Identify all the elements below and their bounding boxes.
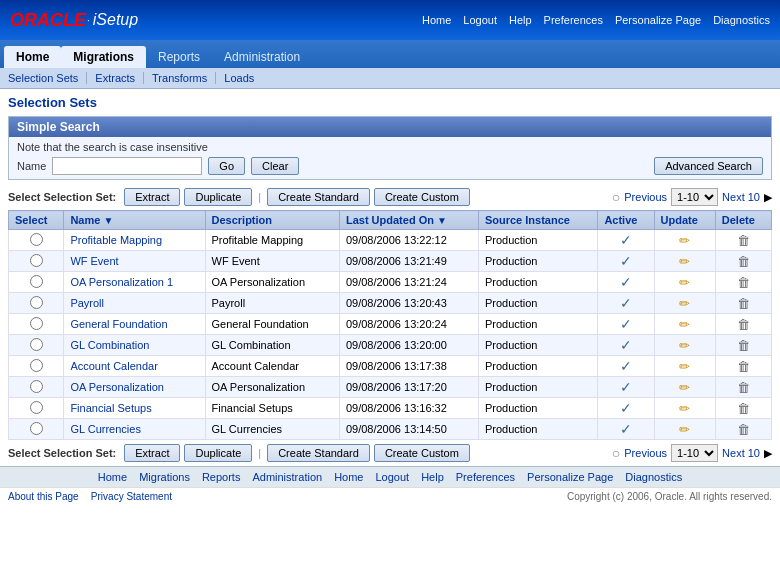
advanced-search-button[interactable]: Advanced Search — [654, 157, 763, 175]
edit-icon[interactable]: ✏ — [679, 317, 690, 332]
footer-nav-home2[interactable]: Home — [334, 471, 363, 483]
edit-icon[interactable]: ✏ — [679, 275, 690, 290]
delete-icon[interactable]: 🗑 — [737, 380, 750, 395]
subnav-extracts[interactable]: Extracts — [87, 72, 144, 84]
active-checkmark: ✓ — [620, 232, 632, 248]
duplicate-button-bottom[interactable]: Duplicate — [184, 444, 252, 462]
clear-button[interactable]: Clear — [251, 157, 299, 175]
create-standard-button-top[interactable]: Create Standard — [267, 188, 370, 206]
last-updated-cell: 09/08/2006 13:22:12 — [339, 230, 478, 251]
next-button-top[interactable]: Next 10 — [722, 191, 760, 203]
edit-icon[interactable]: ✏ — [679, 422, 690, 437]
footer-nav-migrations[interactable]: Migrations — [139, 471, 190, 483]
footer-nav-help[interactable]: Help — [421, 471, 444, 483]
next-button-bottom[interactable]: Next 10 — [722, 447, 760, 459]
row-radio-2[interactable] — [30, 275, 43, 288]
row-name-link[interactable]: GL Currencies — [70, 423, 141, 435]
row-radio-8[interactable] — [30, 401, 43, 414]
active-checkmark: ✓ — [620, 274, 632, 290]
edit-icon[interactable]: ✏ — [679, 233, 690, 248]
tab-reports[interactable]: Reports — [146, 46, 212, 68]
delete-icon[interactable]: 🗑 — [737, 338, 750, 353]
row-name-link[interactable]: Account Calendar — [70, 360, 157, 372]
delete-icon[interactable]: 🗑 — [737, 359, 750, 374]
row-radio-7[interactable] — [30, 380, 43, 393]
footer-nav-home[interactable]: Home — [98, 471, 127, 483]
delete-icon[interactable]: 🗑 — [737, 401, 750, 416]
edit-icon[interactable]: ✏ — [679, 254, 690, 269]
tab-migrations[interactable]: Migrations — [61, 46, 146, 68]
top-nav-preferences[interactable]: Preferences — [544, 14, 603, 26]
create-custom-button-bottom[interactable]: Create Custom — [374, 444, 470, 462]
edit-icon[interactable]: ✏ — [679, 296, 690, 311]
top-nav-logout[interactable]: Logout — [463, 14, 497, 26]
subnav-loads[interactable]: Loads — [216, 72, 262, 84]
row-radio-6[interactable] — [30, 359, 43, 372]
delete-icon[interactable]: 🗑 — [737, 233, 750, 248]
row-name-link[interactable]: GL Combination — [70, 339, 149, 351]
duplicate-button-top[interactable]: Duplicate — [184, 188, 252, 206]
row-name-link[interactable]: WF Event — [70, 255, 118, 267]
footer-nav-logout[interactable]: Logout — [375, 471, 409, 483]
tab-home[interactable]: Home — [4, 46, 61, 68]
select-cell — [9, 377, 64, 398]
top-nav-diagnostics[interactable]: Diagnostics — [713, 14, 770, 26]
subnav-selection-sets[interactable]: Selection Sets — [8, 72, 87, 84]
privacy-statement-link[interactable]: Privacy Statement — [91, 491, 172, 502]
row-name-link[interactable]: OA Personalization — [70, 381, 164, 393]
footer-nav-personalize[interactable]: Personalize Page — [527, 471, 613, 483]
top-nav-home[interactable]: Home — [422, 14, 451, 26]
active-checkmark: ✓ — [620, 379, 632, 395]
row-name-link[interactable]: Payroll — [70, 297, 104, 309]
name-label: Name — [17, 160, 46, 172]
delete-icon[interactable]: 🗑 — [737, 275, 750, 290]
delete-icon[interactable]: 🗑 — [737, 296, 750, 311]
create-custom-button-top[interactable]: Create Custom — [374, 188, 470, 206]
row-name-link[interactable]: Financial Setups — [70, 402, 151, 414]
row-radio-9[interactable] — [30, 422, 43, 435]
about-page-link[interactable]: About this Page — [8, 491, 79, 502]
tab-administration[interactable]: Administration — [212, 46, 312, 68]
footer-nav-preferences[interactable]: Preferences — [456, 471, 515, 483]
delete-icon[interactable]: 🗑 — [737, 254, 750, 269]
page-select-top[interactable]: 1-10 — [671, 188, 718, 206]
select-cell — [9, 230, 64, 251]
edit-icon[interactable]: ✏ — [679, 338, 690, 353]
top-header: ORACLE · iSetup Home Logout Help Prefere… — [0, 0, 780, 40]
row-radio-0[interactable] — [30, 233, 43, 246]
delete-icon[interactable]: 🗑 — [737, 317, 750, 332]
name-cell: General Foundation — [64, 314, 205, 335]
row-radio-1[interactable] — [30, 254, 43, 267]
active-cell: ✓ — [598, 356, 654, 377]
search-input[interactable] — [52, 157, 202, 175]
row-name-link[interactable]: OA Personalization 1 — [70, 276, 173, 288]
extract-button-bottom[interactable]: Extract — [124, 444, 180, 462]
col-last-updated[interactable]: Last Updated On ▼ — [339, 211, 478, 230]
top-nav-personalize[interactable]: Personalize Page — [615, 14, 701, 26]
row-name-link[interactable]: General Foundation — [70, 318, 167, 330]
row-radio-5[interactable] — [30, 338, 43, 351]
delete-icon[interactable]: 🗑 — [737, 422, 750, 437]
page-select-bottom[interactable]: 1-10 — [671, 444, 718, 462]
edit-icon[interactable]: ✏ — [679, 401, 690, 416]
footer-nav-reports[interactable]: Reports — [202, 471, 241, 483]
extract-button-top[interactable]: Extract — [124, 188, 180, 206]
footer-nav-diagnostics[interactable]: Diagnostics — [625, 471, 682, 483]
top-nav-help[interactable]: Help — [509, 14, 532, 26]
go-button[interactable]: Go — [208, 157, 245, 175]
source-instance-cell: Production — [478, 314, 597, 335]
footer-nav-administration[interactable]: Administration — [252, 471, 322, 483]
row-radio-4[interactable] — [30, 317, 43, 330]
row-radio-3[interactable] — [30, 296, 43, 309]
delete-cell: 🗑 — [715, 251, 771, 272]
name-cell: GL Combination — [64, 335, 205, 356]
previous-button-top[interactable]: Previous — [624, 191, 667, 203]
row-name-link[interactable]: Profitable Mapping — [70, 234, 162, 246]
edit-icon[interactable]: ✏ — [679, 359, 690, 374]
subnav-transforms[interactable]: Transforms — [144, 72, 216, 84]
create-standard-button-bottom[interactable]: Create Standard — [267, 444, 370, 462]
col-active: Active — [598, 211, 654, 230]
col-name[interactable]: Name ▼ — [64, 211, 205, 230]
edit-icon[interactable]: ✏ — [679, 380, 690, 395]
previous-button-bottom[interactable]: Previous — [624, 447, 667, 459]
